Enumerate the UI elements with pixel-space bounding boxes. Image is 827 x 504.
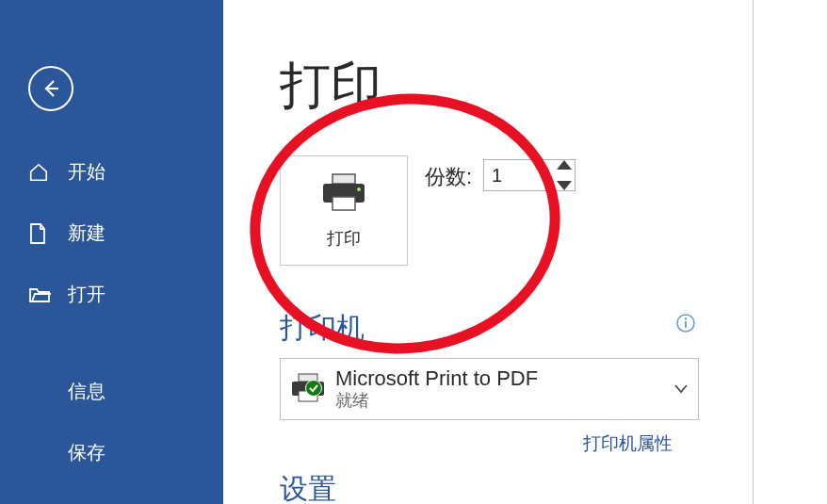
- sidebar-item-save[interactable]: 保存: [0, 422, 223, 483]
- page-title: 打印: [280, 52, 381, 121]
- printer-properties-link[interactable]: 打印机属性: [583, 431, 673, 456]
- sidebar-item-home[interactable]: 开始: [0, 141, 223, 203]
- svg-rect-3: [332, 197, 355, 210]
- home-icon: [28, 162, 53, 183]
- copies-stepper[interactable]: [557, 160, 574, 190]
- printer-info-button[interactable]: [675, 313, 696, 333]
- nav-list: 开始 新建 打开 信息 保存: [0, 141, 223, 483]
- section-title-settings: 设置: [280, 470, 336, 504]
- svg-point-6: [685, 317, 688, 320]
- section-title-printer: 打印机: [280, 309, 365, 348]
- sidebar-item-info[interactable]: 信息: [0, 361, 223, 422]
- sidebar-item-label: 开始: [68, 159, 105, 185]
- back-button[interactable]: [28, 66, 73, 111]
- printer-select[interactable]: Microsoft Print to PDF 就绪: [280, 358, 699, 420]
- printer-name: Microsoft Print to PDF: [335, 366, 664, 391]
- print-panel: 打印 打印 份数: 打印机: [223, 0, 827, 504]
- backstage-sidebar: 开始 新建 打开 信息 保存: [0, 0, 223, 504]
- svg-point-4: [357, 187, 361, 191]
- sidebar-item-label: 保存: [68, 440, 105, 465]
- sidebar-item-open[interactable]: 打开: [0, 264, 223, 325]
- copies-label: 份数:: [425, 163, 472, 191]
- back-arrow-icon: [40, 77, 62, 100]
- printer-icon: [319, 172, 368, 218]
- preview-divider: [753, 0, 754, 504]
- svg-point-11: [306, 381, 322, 397]
- svg-rect-7: [685, 321, 687, 328]
- folder-open-icon: [28, 285, 53, 304]
- svg-rect-1: [332, 174, 355, 184]
- stepper-up-icon: [557, 160, 572, 170]
- document-icon: [28, 222, 53, 245]
- print-button-label: 打印: [327, 227, 361, 250]
- sidebar-item-new[interactable]: 新建: [0, 203, 223, 264]
- printer-status-icon: [281, 359, 335, 419]
- print-button[interactable]: 打印: [280, 155, 408, 266]
- sidebar-item-label: 信息: [68, 379, 105, 404]
- chevron-down-icon: [664, 384, 698, 394]
- stepper-down-icon: [557, 181, 572, 190]
- printer-status: 就绪: [335, 391, 664, 412]
- sidebar-item-label: 新建: [68, 220, 105, 246]
- sidebar-item-label: 打开: [68, 282, 105, 307]
